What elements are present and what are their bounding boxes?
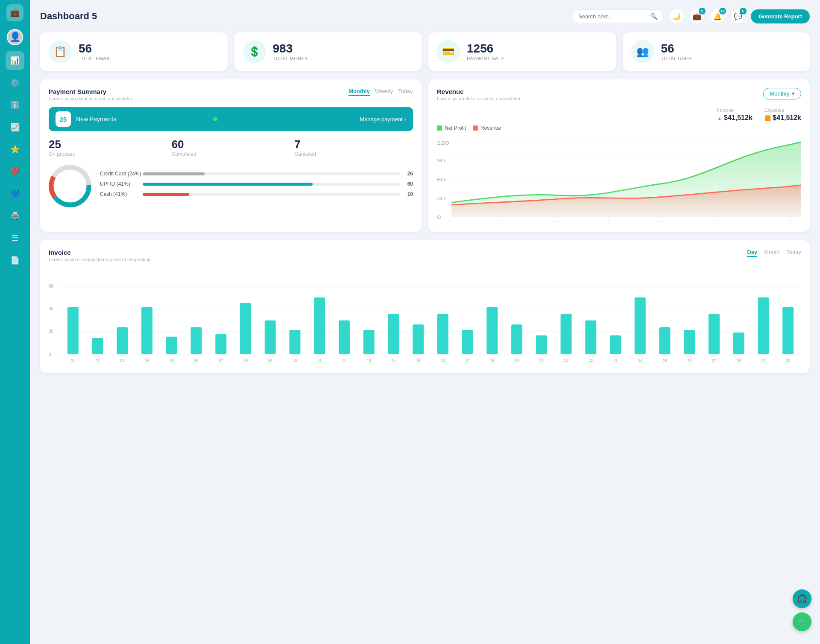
search-icon[interactable]: 🔍 bbox=[650, 13, 657, 20]
svg-text:60: 60 bbox=[437, 177, 445, 182]
svg-text:30: 30 bbox=[786, 358, 790, 363]
svg-rect-69 bbox=[561, 314, 572, 354]
svg-text:60: 60 bbox=[49, 284, 54, 288]
invoice-card: Invoice Lorem ipsum is simply dummy text… bbox=[40, 240, 810, 373]
stat-card-user: 👥 56 TOTAL USER bbox=[623, 32, 810, 71]
svg-text:July: July bbox=[788, 220, 800, 221]
svg-rect-49 bbox=[314, 297, 325, 354]
svg-text:Mar: Mar bbox=[552, 220, 564, 221]
payment-summary-header: Payment Summary Lorem ipsum dolor sit am… bbox=[49, 88, 413, 101]
sidebar-item-menu[interactable]: ☰ bbox=[6, 229, 24, 248]
svg-text:19: 19 bbox=[515, 358, 519, 363]
svg-rect-55 bbox=[388, 314, 399, 354]
svg-text:08: 08 bbox=[243, 358, 248, 363]
legend-revenue: Revenue bbox=[473, 125, 501, 131]
theme-toggle-button[interactable]: 🌙 bbox=[669, 9, 684, 24]
svg-text:0: 0 bbox=[49, 353, 51, 357]
svg-text:18: 18 bbox=[490, 358, 494, 363]
chat-button[interactable]: 💬 5 bbox=[730, 9, 746, 24]
revenue-dot bbox=[473, 125, 478, 131]
sidebar-item-info[interactable]: ℹ️ bbox=[6, 96, 24, 114]
notification-button[interactable]: 🔔 12 bbox=[710, 9, 725, 24]
revenue-header: Revenue Lorem ipsum dolor sit amet, cons… bbox=[437, 88, 801, 101]
tab-today[interactable]: Today bbox=[398, 88, 413, 96]
revenue-label: Revenue bbox=[480, 125, 501, 131]
credit-card-label: Credit Card (24%) bbox=[100, 171, 138, 177]
svg-text:26: 26 bbox=[687, 358, 691, 363]
svg-text:23: 23 bbox=[613, 358, 618, 363]
user-value: 56 bbox=[661, 43, 692, 55]
wallet-button[interactable]: 💼 2 bbox=[689, 9, 705, 24]
tab-weekly[interactable]: Weekly bbox=[375, 88, 393, 96]
cash-bar-fill bbox=[143, 193, 189, 196]
sidebar-logo[interactable]: 💼 bbox=[6, 4, 23, 21]
revenue-monthly-dropdown[interactable]: Monthly ▾ bbox=[763, 88, 801, 99]
svg-text:06: 06 bbox=[194, 358, 199, 363]
user-label: TOTAL USER bbox=[661, 56, 692, 61]
svg-rect-71 bbox=[585, 321, 596, 354]
manage-payment-link[interactable]: Manage payment › bbox=[360, 116, 406, 122]
sidebar-item-docs[interactable]: 📄 bbox=[6, 251, 24, 270]
svg-text:30: 30 bbox=[437, 196, 445, 201]
new-payments-count: 25 bbox=[56, 111, 71, 127]
expense-value: 🟧 $41,512k bbox=[764, 114, 801, 122]
credit-card-val: 25 bbox=[404, 171, 413, 177]
svg-rect-67 bbox=[536, 335, 547, 354]
svg-rect-63 bbox=[486, 307, 498, 354]
cart-float-button[interactable]: 🛒 bbox=[793, 612, 811, 631]
sidebar-item-chart[interactable]: 📈 bbox=[6, 118, 24, 137]
svg-rect-61 bbox=[462, 330, 473, 354]
svg-rect-87 bbox=[782, 307, 794, 354]
invoice-subtitle: Lorem ipsum is simply dummy text of the … bbox=[49, 257, 150, 262]
sidebar-avatar[interactable]: 👤 bbox=[7, 29, 23, 45]
svg-rect-65 bbox=[511, 324, 522, 354]
income-meta: Income ▲ $41,512k bbox=[717, 107, 753, 122]
payment-tabs: Monthly Weekly Today bbox=[348, 88, 413, 96]
net-profit-label: Net Profit bbox=[445, 125, 466, 131]
search-input[interactable] bbox=[578, 13, 647, 20]
sidebar-item-print[interactable]: 🖨️ bbox=[6, 207, 24, 225]
svg-text:40: 40 bbox=[49, 306, 54, 311]
invoice-chart: 0 20 40 60 01020304050607080910111213141… bbox=[49, 269, 801, 364]
svg-rect-83 bbox=[733, 332, 744, 354]
upi-val: 60 bbox=[404, 181, 413, 187]
svg-text:Jan: Jan bbox=[446, 220, 457, 221]
sidebar-item-stats[interactable]: 📊 bbox=[6, 51, 24, 70]
invoice-tab-month[interactable]: Month bbox=[764, 249, 779, 257]
invoice-tab-day[interactable]: Day bbox=[747, 249, 757, 257]
invoice-tabs: Day Month Today bbox=[747, 249, 801, 257]
support-float-button[interactable]: 🎧 bbox=[793, 589, 811, 608]
svg-rect-79 bbox=[684, 330, 695, 354]
progress-list: Credit Card (24%) 25 UPI ID (41%) 60 bbox=[100, 171, 413, 201]
svg-rect-33 bbox=[117, 327, 128, 354]
tab-monthly[interactable]: Monthly bbox=[348, 88, 370, 96]
online-indicator bbox=[213, 117, 217, 121]
svg-rect-31 bbox=[92, 338, 103, 354]
sidebar-item-heart[interactable]: ❤️ bbox=[6, 162, 24, 181]
svg-rect-35 bbox=[141, 307, 152, 354]
svg-rect-29 bbox=[67, 307, 79, 354]
page-title: Dashboard 5 bbox=[40, 11, 97, 22]
svg-rect-53 bbox=[363, 330, 375, 354]
svg-text:20: 20 bbox=[49, 329, 54, 334]
svg-text:17: 17 bbox=[466, 358, 470, 363]
payment-value: 1256 bbox=[467, 43, 505, 55]
wallet-badge: 2 bbox=[699, 8, 706, 15]
svg-text:Apr: Apr bbox=[606, 220, 617, 221]
revenue-subtitle: Lorem ipsum dolor sit amet, consectetur bbox=[437, 96, 521, 101]
payment-stats-mini: 25 On process 60 Completed 7 Canceled bbox=[49, 138, 413, 157]
sidebar-item-star[interactable]: ⭐ bbox=[6, 140, 24, 159]
sidebar-item-bookmark[interactable]: 💙 bbox=[6, 184, 24, 203]
chevron-down-icon: ▾ bbox=[792, 90, 795, 97]
stat-completed: 60 Completed bbox=[172, 138, 290, 157]
donut-svg bbox=[49, 165, 91, 207]
upi-bar-bg bbox=[143, 183, 400, 186]
svg-text:120: 120 bbox=[437, 140, 449, 146]
progress-upi: UPI ID (41%) 60 bbox=[100, 181, 413, 187]
svg-text:13: 13 bbox=[367, 358, 371, 363]
svg-rect-57 bbox=[413, 324, 424, 354]
chat-badge: 5 bbox=[740, 8, 747, 15]
generate-report-button[interactable]: Generate Report bbox=[751, 9, 810, 23]
invoice-tab-today[interactable]: Today bbox=[786, 249, 801, 257]
sidebar-item-settings[interactable]: ⚙️ bbox=[6, 73, 24, 92]
